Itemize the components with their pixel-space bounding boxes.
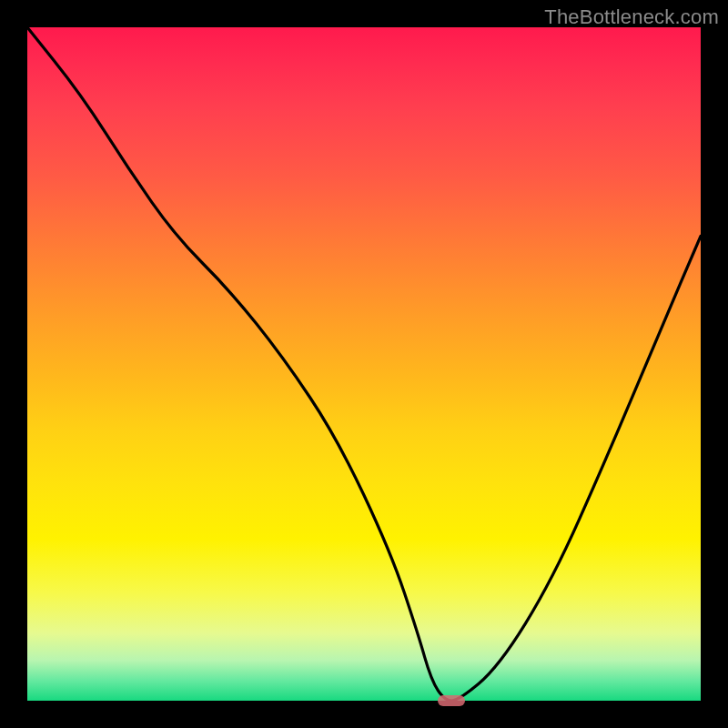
chart-frame: TheBottleneck.com [0,0,728,728]
attribution-watermark: TheBottleneck.com [544,5,719,29]
bottleneck-curve [27,27,701,701]
plot-area [27,27,701,701]
bottleneck-marker [438,695,465,706]
